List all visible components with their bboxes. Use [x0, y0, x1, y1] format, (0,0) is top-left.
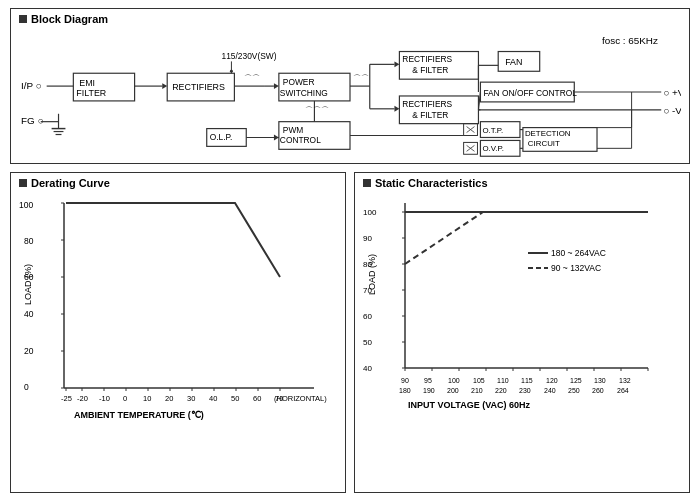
svg-text:180: 180	[399, 387, 411, 394]
block-diagram-section: Block Diagram fosc : 65KHz I/P ○ FG ○ EM	[10, 8, 690, 164]
voltage-label: 115/230V(SW)	[222, 51, 277, 61]
svg-text:(HORIZONTAL): (HORIZONTAL)	[274, 394, 327, 403]
fosc-label: fosc : 65KHz	[602, 35, 658, 46]
svg-text:220: 220	[495, 387, 507, 394]
power-switching-label: POWER	[283, 77, 315, 87]
rect-filter-bot-label: RECTIFIERS	[402, 99, 452, 109]
svg-marker-24	[394, 106, 399, 112]
ovp-label: O.V.P.	[482, 144, 504, 153]
svg-marker-21	[394, 61, 399, 67]
svg-text:30: 30	[187, 394, 195, 403]
svg-text:⌒⌒⌒: ⌒⌒⌒	[305, 106, 329, 115]
svg-text:100: 100	[363, 208, 377, 217]
svg-text:120: 120	[546, 377, 558, 384]
svg-text:40: 40	[363, 364, 372, 373]
static-square-icon	[363, 179, 371, 187]
svg-text:90: 90	[401, 377, 409, 384]
svg-text:LOAD (%): LOAD (%)	[367, 254, 377, 295]
svg-text:-10: -10	[99, 394, 110, 403]
svg-point-16	[230, 70, 233, 73]
fan-label: FAN	[505, 57, 522, 67]
svg-text:20: 20	[165, 394, 173, 403]
svg-text:130: 130	[594, 377, 606, 384]
otp-label: O.T.P.	[482, 126, 503, 135]
svg-text:90 ~ 132VAC: 90 ~ 132VAC	[551, 263, 601, 273]
static-characteristics-section: Static Characteristics 40 50 60 70 80 90	[354, 172, 690, 493]
emi-filter-label: EMI	[79, 78, 95, 88]
rect-filter-top-label: RECTIFIERS	[402, 54, 452, 64]
minus-v-label: ○ -V	[663, 105, 681, 116]
static-title: Static Characteristics	[363, 177, 681, 189]
svg-text:AMBIENT TEMPERATURE (℃): AMBIENT TEMPERATURE (℃)	[74, 410, 204, 420]
svg-text:200: 200	[447, 387, 459, 394]
svg-text:190: 190	[423, 387, 435, 394]
svg-text:-25: -25	[61, 394, 72, 403]
pwm-label1: PWM	[283, 125, 303, 135]
svg-text:210: 210	[471, 387, 483, 394]
svg-text:-20: -20	[77, 394, 88, 403]
svg-text:60: 60	[253, 394, 261, 403]
svg-marker-8	[162, 83, 167, 89]
svg-text:50: 50	[363, 338, 372, 347]
svg-text:105: 105	[473, 377, 485, 384]
derating-square-icon	[19, 179, 27, 187]
svg-text:⌒⌒: ⌒⌒	[353, 74, 369, 83]
svg-text:90: 90	[363, 234, 372, 243]
svg-text:INPUT VOLTAGE (VAC) 60Hz: INPUT VOLTAGE (VAC) 60Hz	[408, 400, 531, 410]
block-diagram-content: fosc : 65KHz I/P ○ FG ○ EMI FILTER	[19, 29, 681, 159]
svg-text:50: 50	[231, 394, 239, 403]
svg-text:60: 60	[363, 312, 372, 321]
power-switching-label2: SWITCHING	[280, 88, 328, 98]
svg-text:264: 264	[617, 387, 629, 394]
block-diagram-title: Block Diagram	[19, 13, 681, 25]
svg-text:& FILTER: & FILTER	[412, 65, 448, 75]
ip-label: I/P ○	[21, 80, 42, 91]
svg-text:100: 100	[19, 200, 33, 210]
static-svg: 40 50 60 70 80 90 100 LOAD (%)	[363, 193, 673, 433]
svg-text:40: 40	[209, 394, 217, 403]
emi-filter-label2: FILTER	[76, 88, 106, 98]
svg-text:40: 40	[24, 309, 34, 319]
olp-label: O.L.P.	[210, 132, 233, 142]
svg-text:115: 115	[521, 377, 533, 384]
derating-title: Derating Curve	[19, 177, 337, 189]
svg-text:180 ~ 264VAC: 180 ~ 264VAC	[551, 248, 606, 258]
svg-text:LOAD (%): LOAD (%)	[23, 264, 33, 305]
svg-text:260: 260	[592, 387, 604, 394]
svg-text:132: 132	[619, 377, 631, 384]
rectifiers-label: RECTIFIERS	[172, 82, 225, 92]
title-square-icon	[19, 15, 27, 23]
fg-label: FG ○	[21, 115, 43, 126]
svg-text:80: 80	[24, 236, 34, 246]
svg-text:0: 0	[24, 382, 29, 392]
svg-text:0: 0	[123, 394, 127, 403]
svg-marker-55	[274, 135, 279, 141]
svg-marker-13	[274, 83, 279, 89]
detection-label2: CIRCUIT	[528, 139, 560, 148]
derating-section: Derating Curve 0 20 40 60 80 100	[10, 172, 346, 493]
svg-text:240: 240	[544, 387, 556, 394]
svg-text:250: 250	[568, 387, 580, 394]
fan-control-label: FAN ON/OFF CONTROL	[483, 88, 577, 98]
derating-svg: 0 20 40 60 80 100 LOAD (%) -25	[19, 193, 329, 423]
svg-text:& FILTER: & FILTER	[412, 110, 448, 120]
svg-text:125: 125	[570, 377, 582, 384]
svg-text:⌒⌒: ⌒⌒	[244, 74, 260, 83]
svg-text:10: 10	[143, 394, 151, 403]
svg-text:100: 100	[448, 377, 460, 384]
main-container: Block Diagram fosc : 65KHz I/P ○ FG ○ EM	[0, 0, 700, 501]
plus-v-label: ○ +V	[663, 87, 681, 98]
block-diagram-svg: fosc : 65KHz I/P ○ FG ○ EMI FILTER	[19, 29, 681, 159]
bottom-sections: Derating Curve 0 20 40 60 80 100	[10, 172, 690, 493]
svg-text:95: 95	[424, 377, 432, 384]
svg-text:20: 20	[24, 346, 34, 356]
svg-text:230: 230	[519, 387, 531, 394]
detection-label1: DETECTION	[525, 129, 571, 138]
svg-text:110: 110	[497, 377, 509, 384]
pwm-label2: CONTROL	[280, 135, 321, 145]
